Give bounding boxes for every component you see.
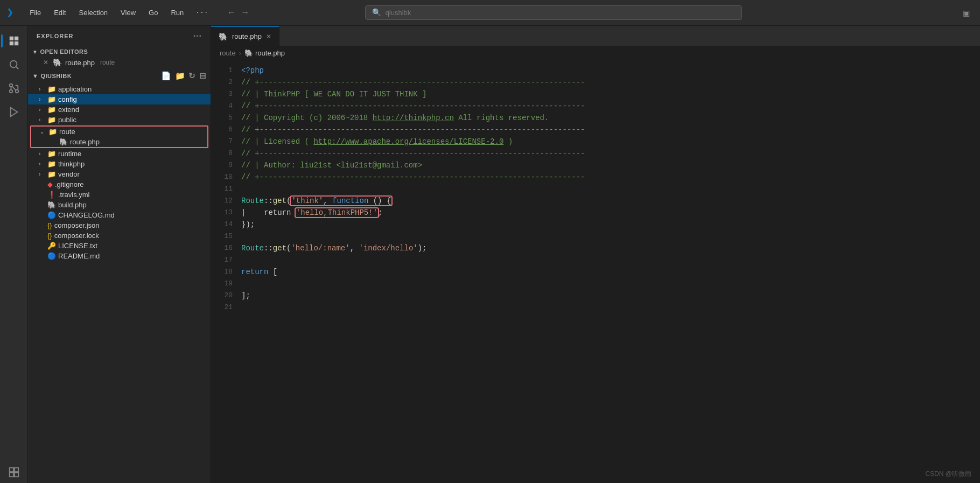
nav-back-button[interactable]: ← — [226, 6, 237, 20]
close-icon[interactable]: ✕ — [43, 59, 48, 66]
line-number: 8 — [211, 148, 241, 159]
tree-item-build-php[interactable]: › 🐘 build.php — [28, 200, 211, 210]
activity-git-icon[interactable] — [3, 78, 25, 99]
line-number: 20 — [211, 290, 241, 302]
nav-forward-button[interactable]: → — [239, 6, 251, 20]
tree-item-readme[interactable]: › 🔵 README.md — [28, 251, 211, 261]
editor-area: 🐘 route.php ✕ route › 🐘 route.php 1 <?ph… — [211, 26, 980, 483]
menu-go[interactable]: Go — [143, 6, 163, 19]
refresh-icon[interactable]: ↻ — [188, 71, 196, 81]
line-content: Route::get('hello/:name', 'index/hello')… — [241, 242, 980, 254]
tree-item-label: composer.json — [54, 221, 211, 229]
tree-item-route-php[interactable]: › 🐘 route.php — [31, 137, 207, 147]
tree-item-changelog[interactable]: › 🔵 CHANGELOG.md — [28, 210, 211, 220]
open-editors-arrow: ▼ — [32, 49, 38, 55]
tree-item-vendor[interactable]: › 📁 vendor — [28, 169, 211, 179]
activity-extensions-icon[interactable] — [3, 461, 25, 483]
folder-arrow: › — [39, 117, 47, 123]
tree-item-label: .travis.yml — [58, 191, 211, 199]
new-folder-icon[interactable]: 📁 — [175, 71, 186, 81]
folder-arrow: › — [39, 151, 47, 157]
new-file-icon[interactable]: 📄 — [161, 71, 172, 81]
tree-item-travis[interactable]: › ❗ .travis.yml — [28, 190, 211, 200]
open-editor-route-php[interactable]: ✕ 🐘 route.php route — [28, 57, 211, 68]
menu-file[interactable]: File — [24, 6, 46, 19]
svg-rect-6 — [9, 468, 13, 472]
tree-item-thinkphp[interactable]: › 📁 thinkphp — [28, 159, 211, 169]
breadcrumb-file[interactable]: 🐘 route.php — [244, 49, 285, 57]
line-number: 15 — [211, 230, 241, 242]
line-number: 19 — [211, 278, 241, 290]
tree-item-config[interactable]: › 📁 config — [28, 94, 211, 104]
project-section[interactable]: ▼ QIUSHIBK 📄 📁 ↻ ⊟ — [28, 68, 211, 84]
code-line-11: 11 — [211, 183, 980, 195]
php-icon: 🐘 — [47, 201, 56, 209]
folder-icon: 📁 — [47, 95, 56, 103]
search-input[interactable] — [386, 9, 735, 17]
tab-route-php[interactable]: 🐘 route.php ✕ — [211, 26, 279, 46]
tree-item-composer-json[interactable]: › {} composer.json — [28, 220, 211, 230]
json-icon: {} — [47, 221, 52, 229]
tree-item-license[interactable]: › 🔑 LICENSE.txt — [28, 241, 211, 251]
tab-label: route.php — [232, 32, 262, 40]
watermark: CSDN @听微雨 — [925, 470, 971, 479]
line-number: 14 — [211, 219, 241, 230]
tree-item-gitignore[interactable]: › ◆ .gitignore — [28, 179, 211, 190]
code-line-8: 8 // +----------------------------------… — [211, 148, 980, 159]
code-line-21: 21 — [211, 302, 980, 313]
tree-item-public[interactable]: › 📁 public — [28, 115, 211, 125]
sidebar-title: EXPLORER — [37, 33, 74, 39]
breadcrumb-route[interactable]: route — [220, 49, 236, 57]
line-content: // +------------------------------------… — [241, 124, 980, 136]
tabs-bar: 🐘 route.php ✕ — [211, 26, 980, 46]
line-number: 3 — [211, 88, 241, 100]
menu-selection[interactable]: Selection — [74, 6, 113, 19]
folder-arrow: › — [39, 107, 47, 113]
more-menu-icon[interactable]: ··· — [191, 6, 212, 19]
line-number: 9 — [211, 159, 241, 171]
line-content: // +------------------------------------… — [241, 76, 980, 88]
code-line-10: 10 // +---------------------------------… — [211, 171, 980, 183]
more-actions-icon[interactable]: ··· — [193, 31, 202, 41]
project-name: QIUSHIBK — [40, 73, 72, 79]
line-number: 5 — [211, 112, 241, 124]
code-area[interactable]: 1 <?php 2 // +--------------------------… — [211, 60, 980, 483]
search-icon: 🔍 — [372, 8, 381, 17]
tree-item-route[interactable]: ⌄ 📁 route — [31, 127, 207, 137]
tree-item-extend[interactable]: › 📁 extend — [28, 104, 211, 115]
menu-bar: File Edit Selection View Go Run ··· — [24, 6, 212, 19]
code-line-18: 18 return [ — [211, 266, 980, 278]
line-content: }); — [241, 219, 980, 230]
search-bar[interactable]: 🔍 — [365, 5, 742, 20]
line-number: 1 — [211, 65, 241, 76]
menu-edit[interactable]: Edit — [48, 6, 71, 19]
tree-item-composer-lock[interactable]: › {} composer.lock — [28, 230, 211, 241]
tab-close-icon[interactable]: ✕ — [266, 33, 271, 40]
tree-item-runtime[interactable]: › 📁 runtime — [28, 149, 211, 159]
activity-search-icon[interactable] — [3, 54, 25, 75]
code-line-16: 16 Route::get('hello/:name', 'index/hell… — [211, 242, 980, 254]
svg-rect-8 — [14, 473, 18, 477]
folder-arrow: ⌄ — [40, 129, 48, 135]
md-icon: 🔵 — [47, 252, 56, 260]
tree-item-application[interactable]: › 📁 application — [28, 84, 211, 94]
activity-explorer-icon[interactable] — [3, 30, 25, 52]
code-line-2: 2 // +----------------------------------… — [211, 76, 980, 88]
line-number: 7 — [211, 136, 241, 148]
activity-run-icon[interactable] — [3, 101, 25, 123]
open-editors-section[interactable]: ▼ OPEN EDITORS — [28, 46, 211, 57]
sidebar-toggle-icon[interactable]: ▣ — [959, 5, 974, 21]
menu-view[interactable]: View — [115, 6, 141, 19]
collapse-all-icon[interactable]: ⊟ — [199, 71, 207, 81]
code-line-6: 6 // +----------------------------------… — [211, 124, 980, 136]
svg-line-1 — [16, 67, 18, 69]
svg-rect-9 — [9, 473, 13, 477]
project-title-left: ▼ QIUSHIBK — [32, 73, 72, 79]
code-line-17: 17 — [211, 254, 980, 266]
folder-arrow: › — [39, 171, 47, 177]
line-number: 11 — [211, 183, 241, 195]
line-content: // | Copyright (c) 2006~2018 http://thin… — [241, 112, 980, 124]
tree-item-label: extend — [58, 106, 211, 114]
menu-run[interactable]: Run — [165, 6, 189, 19]
folder-icon: 📁 — [47, 116, 56, 124]
